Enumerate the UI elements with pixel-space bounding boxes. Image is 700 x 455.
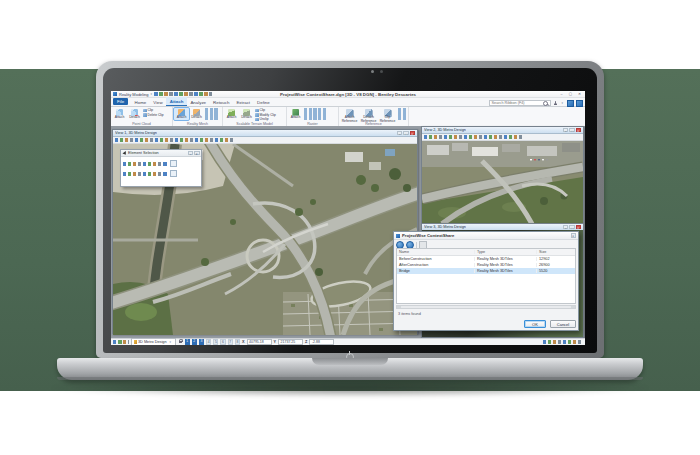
webcam-led-icon: [380, 70, 383, 73]
search-input[interactable]: [491, 101, 543, 105]
cell-type: Reality Mesh 3DTiles: [475, 269, 537, 273]
cell-size: 26900: [537, 263, 575, 267]
reality-mesh-tool-grid[interactable]: [205, 108, 218, 120]
view2-close-button[interactable]: ✕: [576, 128, 582, 132]
table-header-row[interactable]: Name Type Size: [397, 249, 575, 256]
view-toggle-2[interactable]: 2: [192, 339, 197, 344]
view1-toolbar-icons[interactable]: [115, 138, 235, 142]
tab-define[interactable]: Define: [254, 98, 274, 106]
view1-window: View 1, 3D Metro Design – ▢ ✕: [112, 129, 418, 334]
terrain-small-buttons: Clip Modify Clip Unclip: [255, 108, 276, 122]
laptop-shadow: [52, 379, 648, 397]
point-cloud-attach-button[interactable]: Attach: [112, 108, 127, 120]
column-size[interactable]: Size: [537, 250, 575, 254]
close-button[interactable]: ✕: [576, 92, 583, 97]
view-toggle-6[interactable]: 6: [220, 339, 225, 344]
view-toggle-8[interactable]: 8: [235, 339, 240, 344]
view2-maximize-button[interactable]: ▢: [569, 128, 575, 132]
view2-title-bar[interactable]: View 2, 3D Metro Design – ▢ ✕: [422, 127, 583, 134]
raster-attach-button[interactable]: Attach: [288, 108, 303, 120]
point-cloud-delete-clip-button[interactable]: Delete Clip: [143, 113, 164, 118]
view1-minimize-button[interactable]: –: [397, 131, 403, 135]
tab-analyze[interactable]: Analyze: [187, 98, 210, 106]
dialog-title-bar[interactable]: ProjectWise ContextShare ✕: [394, 232, 578, 240]
view1-maximize-button[interactable]: ▢: [403, 131, 409, 135]
raster-tool-grid[interactable]: [304, 108, 317, 120]
help-icon[interactable]: [576, 100, 583, 107]
terrain-detach-button[interactable]: Detach: [239, 108, 254, 120]
dialog-title: ProjectWise ContextShare: [402, 233, 454, 238]
selection-extra-icon[interactable]: [170, 160, 177, 167]
view-toggle-3[interactable]: 3: [199, 339, 204, 344]
aerial-imagery-view2[interactable]: [422, 141, 583, 224]
element-selection-close-button[interactable]: ✕: [194, 151, 200, 155]
view2-title: View 2, 3D Metro Design: [424, 128, 466, 132]
terrain-attach-button[interactable]: Attach: [224, 108, 239, 120]
status-bar: 3D Metro Design ▾ 1 2 3 4 5 6 7 8 X 4079…: [111, 338, 585, 345]
element-selection-panel: Element Selection – ✕: [120, 149, 202, 187]
view3-close-button[interactable]: ✕: [576, 225, 582, 229]
selection-extra-icon2[interactable]: [170, 170, 177, 177]
view-toggle-1[interactable]: 1: [185, 339, 190, 344]
ok-button[interactable]: OK: [524, 320, 546, 328]
view-toggle-4[interactable]: 4: [206, 339, 211, 344]
column-name[interactable]: Name: [397, 250, 475, 254]
coord-y-field[interactable]: 21737.25: [278, 339, 303, 344]
button-label: Detach: [191, 116, 202, 120]
view-toggle-5[interactable]: 5: [213, 339, 218, 344]
view2-window-buttons: – ▢ ✕: [563, 128, 581, 132]
group-label: Raster: [287, 122, 338, 126]
view2-toolbar-icons[interactable]: [424, 135, 524, 139]
view1-title: View 1, 3D Metro Design: [115, 131, 157, 135]
tab-file[interactable]: File: [113, 98, 128, 105]
snap-mode-icons[interactable]: [113, 340, 129, 344]
cancel-button[interactable]: Cancel: [550, 320, 576, 328]
workflow-selector[interactable]: Reality Modeling: [119, 92, 149, 97]
view3-maximize-button[interactable]: ▢: [569, 225, 575, 229]
reference-tool-grid[interactable]: [398, 108, 407, 120]
tab-home[interactable]: Home: [131, 98, 150, 106]
quick-access-toolbar[interactable]: [154, 92, 212, 96]
laptop-lid-notch: [312, 358, 388, 365]
active-model-dropdown[interactable]: 3D Metro Design ▾: [131, 338, 176, 345]
column-type[interactable]: Type: [475, 250, 537, 254]
scroll-left-arrow[interactable]: [397, 306, 401, 308]
reality-mesh-attach-button[interactable]: Attach: [174, 108, 189, 120]
raster-tool-grid-2[interactable]: [318, 108, 327, 120]
scroll-right-arrow[interactable]: [571, 306, 575, 308]
view1-title-bar[interactable]: View 1, 3D Metro Design – ▢ ✕: [113, 130, 417, 137]
maximize-button[interactable]: ▢: [567, 92, 574, 97]
view-toggle-7[interactable]: 7: [228, 339, 233, 344]
horizontal-scrollbar[interactable]: [396, 305, 576, 309]
coord-x-field[interactable]: 40795.18: [247, 339, 272, 344]
workflow-caret-icon: ▾: [151, 92, 153, 96]
clip-icon: [255, 109, 259, 113]
view1-close-button[interactable]: ✕: [410, 131, 416, 135]
table-row-selected[interactable]: Bridge Reality Mesh 3DTiles 5520: [397, 268, 575, 274]
dialog-close-button[interactable]: ✕: [571, 233, 577, 237]
view2-minimize-button[interactable]: –: [563, 128, 569, 132]
delete-clip-icon: [143, 113, 147, 117]
view3-minimize-button[interactable]: –: [563, 225, 569, 229]
ribbon-search-box[interactable]: [489, 100, 551, 106]
tab-extract[interactable]: Extract: [233, 98, 254, 106]
selection-filter-icons[interactable]: [123, 172, 167, 176]
element-selection-minimize-button[interactable]: –: [188, 151, 194, 155]
dialog-status-text: 3 items found: [398, 312, 421, 316]
tab-retouch[interactable]: Retouch: [210, 98, 233, 106]
reality-mesh-detach-button[interactable]: Detach: [189, 108, 204, 120]
toolbar-separator: [416, 242, 417, 248]
minimize-button[interactable]: –: [558, 92, 565, 97]
user-account-icon[interactable]: [553, 101, 557, 105]
cell-type: Reality Mesh 3DTiles: [475, 263, 537, 267]
selection-mode-icons[interactable]: [123, 162, 167, 166]
tab-attach[interactable]: Attach: [166, 97, 187, 106]
element-selection-title: Element Selection: [128, 151, 159, 155]
point-cloud-detach-button[interactable]: Detach: [127, 108, 142, 120]
cell-size: 12902: [537, 257, 575, 261]
status-right-icons[interactable]: [543, 340, 583, 344]
element-selection-title-bar[interactable]: Element Selection – ✕: [121, 150, 201, 157]
connect-icon[interactable]: [567, 100, 574, 107]
tab-view[interactable]: View: [150, 98, 166, 106]
coord-z-field[interactable]: -2.88: [309, 339, 334, 344]
